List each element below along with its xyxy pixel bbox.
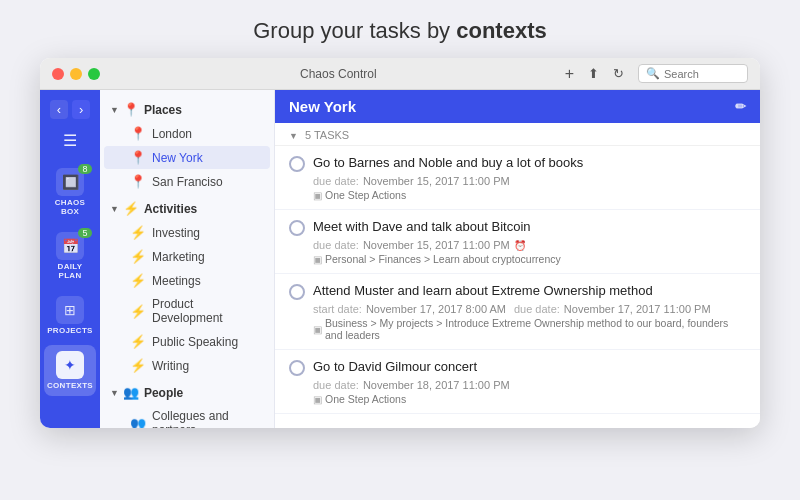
path-icon: ▣ <box>313 324 322 335</box>
sidebar-item-chaos-box[interactable]: 🔲 8 CHAOS BOX <box>44 162 96 222</box>
path-icon: ▣ <box>313 190 322 201</box>
page-title: Group your tasks by contexts <box>253 0 546 58</box>
contexts-label: CONTEXTS <box>47 381 93 390</box>
tree-item-london[interactable]: 📍 London <box>104 122 270 145</box>
tree-item-investing[interactable]: ⚡ Investing <box>104 221 270 244</box>
tree-item-new-york[interactable]: 📍 New York <box>104 146 270 169</box>
task-title: Go to Barnes and Noble and buy a lot of … <box>313 155 583 172</box>
task-checkbox[interactable] <box>289 156 305 172</box>
close-button[interactable] <box>52 68 64 80</box>
path-icon: ▣ <box>313 394 322 405</box>
title-bar: Chaos Control + ⬆ ↻ 🔍 <box>40 58 760 90</box>
sidebar-toggle-icon[interactable]: ☰ <box>63 132 77 149</box>
projects-icon: ⊞ <box>56 296 84 324</box>
add-button[interactable]: + <box>565 65 574 83</box>
places-label: Places <box>144 103 182 117</box>
task-title: Go to David Gilmour concert <box>313 359 477 376</box>
tree-group-activities[interactable]: ▼ ⚡ Activities <box>100 197 274 220</box>
sidebar-item-contexts[interactable]: ✦ CONTEXTS <box>44 345 96 396</box>
activities-group-icon: ⚡ <box>123 201 139 216</box>
colleagues-icon: 👥 <box>130 416 146 429</box>
main-content: ‹ › ☰ 🔲 8 CHAOS BOX 📅 5 DAILY PLAN ⊞ P <box>40 90 760 428</box>
search-box[interactable]: 🔍 <box>638 64 748 83</box>
colleagues-label: Collegues and partners <box>152 409 260 428</box>
maximize-button[interactable] <box>88 68 100 80</box>
window-title: Chaos Control <box>300 67 377 81</box>
task-path: ▣ One Step Actions <box>313 393 746 405</box>
meetings-icon: ⚡ <box>130 273 146 288</box>
daily-plan-label: DAILY PLAN <box>48 262 92 280</box>
people-group-icon: 👥 <box>123 385 139 400</box>
alarm-icon: ⏰ <box>514 240 526 251</box>
product-dev-label: Product Development <box>152 297 260 325</box>
task-path: ▣ One Step Actions <box>313 189 746 201</box>
task-item: Meet with Dave and talk about Bitcoin du… <box>275 210 760 274</box>
daily-plan-badge: 5 <box>78 228 92 238</box>
marketing-icon: ⚡ <box>130 249 146 264</box>
tree-group-people[interactable]: ▼ 👥 People <box>100 381 274 404</box>
people-chevron-icon: ▼ <box>110 388 119 398</box>
sidebar-item-daily-plan[interactable]: 📅 5 DAILY PLAN <box>44 226 96 286</box>
san-francisco-label: San Franciso <box>152 175 223 189</box>
writing-icon: ⚡ <box>130 358 146 373</box>
tree-item-writing[interactable]: ⚡ Writing <box>104 354 270 377</box>
writing-label: Writing <box>152 359 189 373</box>
task-checkbox[interactable] <box>289 220 305 236</box>
projects-label: PROJECTS <box>47 326 93 335</box>
context-title: New York <box>289 98 356 115</box>
new-york-label: New York <box>152 151 203 165</box>
tree-item-san-francisco[interactable]: 📍 San Franciso <box>104 170 270 193</box>
task-title: Attend Muster and learn about Extreme Ow… <box>313 283 653 300</box>
task-due-date: due date: November 18, 2017 11:00 PM <box>313 379 746 391</box>
app-window: Chaos Control + ⬆ ↻ 🔍 ‹ › ☰ 🔲 <box>40 58 760 428</box>
tree-sidebar: ▼ 📍 Places 📍 London 📍 New York 📍 San Fra… <box>100 90 275 428</box>
tree-group-places[interactable]: ▼ 📍 Places <box>100 98 274 121</box>
refresh-button[interactable]: ↻ <box>613 66 624 81</box>
context-header: New York ✏ <box>275 90 760 123</box>
toolbar: + ⬆ ↻ 🔍 <box>565 64 748 83</box>
contexts-icon: ✦ <box>56 351 84 379</box>
meetings-label: Meetings <box>152 274 201 288</box>
forward-button[interactable]: › <box>72 100 90 119</box>
investing-icon: ⚡ <box>130 225 146 240</box>
product-dev-icon: ⚡ <box>130 304 146 319</box>
search-icon: 🔍 <box>646 67 660 80</box>
edit-icon[interactable]: ✏ <box>735 99 746 114</box>
search-input[interactable] <box>664 68 744 80</box>
task-item: Go to David Gilmour concert due date: No… <box>275 350 760 414</box>
tree-item-meetings[interactable]: ⚡ Meetings <box>104 269 270 292</box>
share-button[interactable]: ⬆ <box>588 66 599 81</box>
chaos-box-label: CHAOS BOX <box>48 198 92 216</box>
tree-item-marketing[interactable]: ⚡ Marketing <box>104 245 270 268</box>
task-path: ▣ Personal > Finances > Learn about cryp… <box>313 253 746 265</box>
minimize-button[interactable] <box>70 68 82 80</box>
san-francisco-icon: 📍 <box>130 174 146 189</box>
sidebar-icons: ‹ › ☰ 🔲 8 CHAOS BOX 📅 5 DAILY PLAN ⊞ P <box>40 90 100 428</box>
people-label: People <box>144 386 183 400</box>
tasks-count: ▼ 5 TASKS <box>275 123 760 146</box>
task-checkbox[interactable] <box>289 284 305 300</box>
public-speaking-label: Public Speaking <box>152 335 238 349</box>
marketing-label: Marketing <box>152 250 205 264</box>
task-due-date: due date: November 15, 2017 11:00 PM ⏰ <box>313 239 746 251</box>
sidebar-item-projects[interactable]: ⊞ PROJECTS <box>44 290 96 341</box>
tree-item-product-dev[interactable]: ⚡ Product Development <box>104 293 270 329</box>
path-icon: ▣ <box>313 254 322 265</box>
tree-item-colleagues[interactable]: 👥 Collegues and partners <box>104 405 270 428</box>
chaos-box-badge: 8 <box>78 164 92 174</box>
london-label: London <box>152 127 192 141</box>
task-item: Attend Muster and learn about Extreme Ow… <box>275 274 760 350</box>
back-button[interactable]: ‹ <box>50 100 68 119</box>
task-item: Go to Barnes and Noble and buy a lot of … <box>275 146 760 210</box>
task-checkbox[interactable] <box>289 360 305 376</box>
task-path: ▣ Business > My projects > Introduce Ext… <box>313 317 746 341</box>
tasks-chevron-icon: ▼ <box>289 131 298 141</box>
investing-label: Investing <box>152 226 200 240</box>
content-panel: New York ✏ ▼ 5 TASKS Go to Barnes and No… <box>275 90 760 428</box>
activities-chevron-icon: ▼ <box>110 204 119 214</box>
tree-item-public-speaking[interactable]: ⚡ Public Speaking <box>104 330 270 353</box>
task-title: Meet with Dave and talk about Bitcoin <box>313 219 531 236</box>
places-group-icon: 📍 <box>123 102 139 117</box>
new-york-icon: 📍 <box>130 150 146 165</box>
london-icon: 📍 <box>130 126 146 141</box>
